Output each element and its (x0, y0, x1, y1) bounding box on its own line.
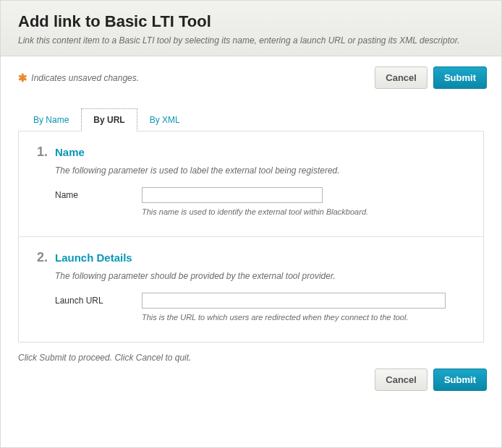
section-title: Launch Details (55, 251, 132, 264)
footer: Click Submit to proceed. Click Cancel to… (1, 343, 501, 401)
section-number: 1. (35, 145, 48, 160)
tab-by-url[interactable]: By URL (81, 108, 137, 132)
launch-url-input[interactable] (142, 293, 446, 309)
tab-by-xml[interactable]: By XML (137, 108, 192, 132)
section-launch: 2. Launch Details The following paramete… (19, 236, 483, 342)
top-action-row: ✱ Indicates unsaved changes. Cancel Subm… (1, 56, 501, 95)
cancel-button[interactable]: Cancel (375, 66, 427, 89)
unsaved-text: Indicates unsaved changes. (31, 73, 139, 83)
bottom-action-row: Cancel Submit (18, 369, 487, 391)
header: Add link to Basic LTI Tool Link this con… (1, 1, 501, 56)
page-subtitle: Link this content item to a Basic LTI to… (18, 35, 484, 46)
name-input[interactable] (142, 187, 323, 203)
cancel-button[interactable]: Cancel (375, 369, 427, 391)
name-field-label: Name (55, 187, 142, 200)
unsaved-indicator: ✱ Indicates unsaved changes. (18, 72, 139, 85)
tab-bar: By Name By URL By XML (1, 95, 501, 131)
form-panel: 1. Name The following parameter is used … (18, 131, 484, 343)
section-launch-desc: The following parameter should be provid… (55, 271, 467, 281)
name-hint: This name is used to identify the extern… (142, 207, 467, 216)
submit-button[interactable]: Submit (433, 369, 487, 391)
tab-by-name[interactable]: By Name (21, 108, 81, 132)
section-launch-heading: 2. Launch Details (35, 250, 467, 265)
page: Add link to Basic LTI Tool Link this con… (0, 0, 502, 448)
name-field-row: Name This name is used to identify the e… (55, 187, 467, 216)
section-name-desc: The following parameter is used to label… (55, 165, 467, 176)
section-name-heading: 1. Name (35, 145, 467, 160)
launch-url-label: Launch URL (55, 293, 142, 306)
page-title: Add link to Basic LTI Tool (18, 12, 484, 31)
launch-url-hint: This is the URL to which users are redir… (142, 313, 467, 322)
section-number: 2. (35, 250, 48, 265)
launch-url-field-row: Launch URL This is the URL to which user… (55, 293, 467, 322)
bottom-button-group: Cancel Submit (375, 369, 487, 391)
footer-text: Click Submit to proceed. Click Cancel to… (18, 353, 487, 363)
section-name: 1. Name The following parameter is used … (19, 132, 483, 236)
asterisk-icon: ✱ (18, 72, 27, 84)
section-title: Name (55, 146, 85, 158)
top-button-group: Cancel Submit (375, 66, 487, 89)
name-field-wrap: This name is used to identify the extern… (142, 187, 467, 216)
submit-button[interactable]: Submit (433, 66, 487, 89)
launch-url-wrap: This is the URL to which users are redir… (142, 293, 467, 322)
